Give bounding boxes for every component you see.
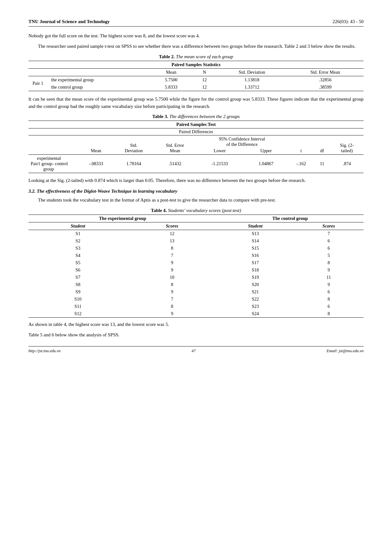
table3-row-label-top: experimental [31, 156, 77, 161]
paragraph4: The students took the vocabulary test in… [28, 196, 364, 204]
table2-row2-stddev: 1.33712 [217, 84, 287, 91]
table3-col-df-header: df [314, 135, 330, 155]
table4-exp-score: 12 [127, 230, 217, 237]
table4-ctrl-student: S15 [217, 245, 294, 252]
table4-row: S710S1911 [28, 274, 364, 281]
footer-center: 47 [192, 348, 196, 353]
table4-exp-score: 8 [127, 281, 217, 288]
table3-col-stddev-header: Std.Deviation [113, 135, 155, 155]
table2-row1-stderr: .32856 [287, 76, 364, 84]
table4-row: S118S236 [28, 303, 364, 310]
table4-row: S107S228 [28, 296, 364, 303]
table2-row1-stddev: 1.13818 [217, 76, 287, 84]
table4-exp-student: S8 [28, 281, 127, 288]
table2-section-header: Paired Samples Statistics [28, 61, 364, 68]
table4-exp-score: 8 [127, 245, 217, 252]
table4-exp-student: S11 [28, 303, 127, 310]
table3-row-sig: .874 [330, 155, 364, 173]
header-bar: TNU Journal of Science and Technology 22… [28, 19, 364, 27]
table3-row-label: experimental Pair1 group- control group [28, 155, 79, 173]
table4-ctrl-score: 9 [294, 266, 364, 274]
table2-row2-stderr: .38599 [287, 84, 364, 91]
table4-exp-score: 7 [127, 296, 217, 303]
table4-row: S88S209 [28, 281, 364, 288]
footer-right: Email: jst@tnu.edu.vn [327, 348, 364, 353]
table2-row2: the control group 5.8333 12 1.33712 .385… [28, 84, 364, 91]
table2-row1: Pair 1 the experimental group 5.7500 12 … [28, 76, 364, 84]
footer-left: http://jst.tnu.edu.vn [28, 348, 60, 353]
table3-row-mean: -.08333 [79, 155, 113, 173]
table2-row1-label: the experimental group [47, 76, 150, 84]
table3-col-upper-header: Upper [244, 147, 288, 155]
table4-ctrl-student: S14 [217, 237, 294, 245]
table2-col-stderr: Std. Error Mean [287, 68, 364, 76]
table4-exp-score: 9 [127, 266, 217, 274]
table4-exp-student: S2 [28, 237, 127, 245]
table4-ctrl-score: 6 [294, 245, 364, 252]
table3-row-label-mid: Pair1 group- control [31, 161, 77, 166]
section-heading: 3.2. The effectiveness of the Diglot-Wea… [28, 189, 364, 194]
table4-exp-score: 10 [127, 274, 217, 281]
table4-exp-student: S4 [28, 252, 127, 259]
table3-row-stderr: .51432 [154, 155, 196, 173]
table4-ctrl-score: 5 [294, 252, 364, 259]
table4-exp-header: The experimental group [28, 215, 217, 222]
intro-paragraph2: The researcher used paired sample t-test… [28, 43, 364, 50]
table4-ctrl-score: 7 [294, 230, 364, 237]
table4-ctrl-score: 6 [294, 288, 364, 296]
table3-section-header: Paired Samples Test [28, 121, 364, 128]
table4-col-student2: Student [217, 222, 294, 230]
table3-row-t: -.162 [288, 155, 314, 173]
table4-ctrl-score: 8 [294, 259, 364, 266]
table4-row: S99S216 [28, 288, 364, 296]
table3-caption: Table 3. The differences between the 2 g… [28, 114, 364, 119]
table4-ctrl-student: S23 [217, 303, 294, 310]
table4-ctrl-student: S22 [217, 296, 294, 303]
table2-caption-bold: Table 2. [159, 54, 175, 59]
table3-row-df: 11 [314, 155, 330, 173]
footer-bar: http://jst.tnu.edu.vn 47 Email: jst@tnu.… [28, 346, 364, 353]
journal-title: TNU Journal of Science and Technology [28, 19, 110, 24]
table2: Paired Samples Statistics Mean N Std. De… [28, 61, 364, 91]
paragraph5-line1: As shown in table 4, the highest score w… [28, 321, 364, 328]
table2-row1-n: 12 [192, 76, 217, 84]
table3-caption-bold: Table 3. [152, 114, 168, 119]
table4-row: S38S156 [28, 245, 364, 252]
table4-ctrl-score: 8 [294, 296, 364, 303]
table4-ctrl-student: S24 [217, 310, 294, 318]
table4-col-scores2: Scores [294, 222, 364, 230]
table3-col-empty [28, 135, 79, 155]
table4-row: S213S146 [28, 237, 364, 245]
table4-ctrl-header: The control group [217, 215, 364, 222]
table3-col-lower-header: Lower [196, 147, 244, 155]
table2-col-stddev: Std. Deviation [217, 68, 287, 76]
table4-col-student1: Student [28, 222, 127, 230]
table2-caption-italic: The mean score of each group [175, 54, 233, 59]
table3-data-row: experimental Pair1 group- control group … [28, 155, 364, 173]
table4-exp-score: 7 [127, 252, 217, 259]
table3-row-upper: 1.04867 [244, 155, 288, 173]
table2-caption: Table 2. The mean score of each group [28, 54, 364, 59]
table4-exp-student: S10 [28, 296, 127, 303]
table4-exp-score: 8 [127, 303, 217, 310]
table4-ctrl-score: 6 [294, 237, 364, 245]
table4-row: S59S178 [28, 259, 364, 266]
table2-row2-mean: 5.8333 [150, 84, 192, 91]
table4-ctrl-student: S13 [217, 230, 294, 237]
table3-col-stderr-header: Std. ErrorMean [154, 135, 196, 155]
table4-ctrl-student: S21 [217, 288, 294, 296]
table3: Paired Samples Test Paired Differences M… [28, 121, 364, 173]
table4-ctrl-student: S18 [217, 266, 294, 274]
table4-row: S129S248 [28, 310, 364, 318]
page: TNU Journal of Science and Technology 22… [0, 0, 392, 555]
paragraph5-line2: Table 5 and 6 below show the analysis of… [28, 331, 364, 339]
table4-caption: Table 4. Students' vocabulary scores (po… [28, 208, 364, 213]
table4-ctrl-score: 8 [294, 310, 364, 318]
table4-exp-score: 13 [127, 237, 217, 245]
table4-ctrl-score: 9 [294, 281, 364, 288]
intro-paragraph1: Nobody got the full score on the test. T… [28, 32, 364, 40]
table4-ctrl-score: 11 [294, 274, 364, 281]
paragraph3: Looking at the Sig. (2-tailed) with 0.87… [28, 177, 364, 184]
table4-exp-student: S1 [28, 230, 127, 237]
table4: The experimental group The control group… [28, 215, 364, 318]
